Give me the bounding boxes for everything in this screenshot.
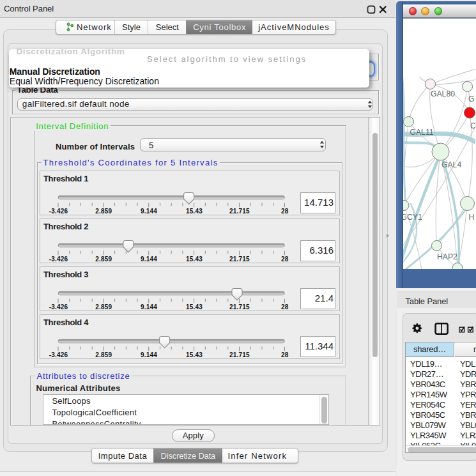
svg-text:C: C — [470, 121, 475, 130]
svg-text:GCY1: GCY1 — [403, 213, 422, 222]
svg-text:H: H — [469, 213, 475, 222]
svg-text:GAL11: GAL11 — [410, 128, 434, 137]
svg-text:G.: G. — [468, 95, 475, 104]
svg-text:HAP2: HAP2 — [437, 252, 457, 261]
svg-text:GAL80: GAL80 — [431, 89, 455, 98]
svg-text:GAL4: GAL4 — [441, 160, 461, 169]
